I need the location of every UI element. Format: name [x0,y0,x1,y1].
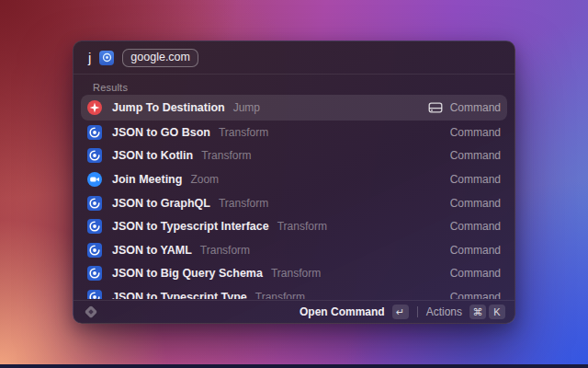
footer-divider [417,306,418,317]
search-argument-chip[interactable]: google.com [122,49,198,67]
result-row[interactable]: JSON to Big Query Schema Transform Comma… [81,262,507,286]
results-list: Jump To Destination Jump Command JSON to… [81,95,507,299]
result-row[interactable]: Join Meeting Zoom Command [81,167,507,191]
cmd-keycap[interactable]: ⌘ [469,305,486,319]
result-subtitle: Transform [271,267,321,280]
result-row[interactable]: Jump To Destination Jump Command [81,95,507,121]
result-subtitle: Zoom [190,173,219,186]
json-icon [87,266,102,281]
action-bar: Open Command ↵ Actions ⌘ K [74,300,514,323]
result-subtitle: Transform [200,244,250,257]
result-subtitle: Jump [233,101,260,114]
result-type-label: Command [450,173,501,186]
result-title: Jump To Destination [112,101,225,114]
result-title: JSON to YAML [112,244,192,257]
result-title: JSON to Typescript Interface [112,220,269,233]
result-type-label: Command [450,244,501,257]
result-type-label: Command [450,197,501,210]
compass-blue-icon [99,51,114,65]
open-command-button[interactable]: Open Command [300,305,385,318]
json-icon [87,148,102,163]
zoom-icon [87,172,102,187]
json-icon [87,290,102,299]
result-title: JSON to GO Bson [112,126,210,139]
actions-button[interactable]: Actions [426,305,462,318]
result-title: JSON to Typescript Type [112,291,247,299]
raycast-launcher-window: j google.com Results Jump To Destination… [73,40,515,324]
return-keycap[interactable]: ↵ [392,305,409,319]
result-row[interactable]: JSON to Typescript Type Transform Comman… [81,285,507,299]
search-query-text[interactable]: j [88,50,91,65]
json-icon [87,243,102,258]
result-row[interactable]: JSON to GO Bson Transform Command [81,121,507,144]
results-section-header: Results [93,82,128,93]
enter-key-icon [428,101,443,114]
jump-icon [87,100,102,115]
result-type-label: Command [450,267,501,280]
json-icon [87,219,102,234]
result-row[interactable]: JSON to Typescript Interface Transform C… [81,214,507,238]
k-keycap[interactable]: K [489,305,505,319]
json-icon [87,196,102,211]
result-title: JSON to Big Query Schema [112,267,263,280]
desktop-bottom-strip [0,364,588,368]
result-subtitle: Transform [219,197,268,210]
result-subtitle: Transform [255,291,305,299]
result-title: JSON to GraphQL [112,197,210,210]
result-title: Join Meeting [112,173,182,186]
result-subtitle: Transform [219,126,268,139]
result-type-label: Command [450,149,501,162]
result-row[interactable]: JSON to YAML Transform Command [81,238,507,262]
result-title: JSON to Kotlin [112,149,193,162]
result-row[interactable]: JSON to GraphQL Transform Command [81,191,507,215]
search-bar[interactable]: j google.com [74,41,514,75]
result-subtitle: Transform [277,220,327,233]
result-row[interactable]: JSON to Kotlin Transform Command [81,144,507,168]
json-icon [87,125,102,140]
result-type-label: Command [450,291,501,299]
result-subtitle: Transform [201,149,251,162]
extension-diamond-icon [85,305,97,318]
result-type-label: Command [450,220,501,233]
result-type-label: Command [450,126,501,139]
result-type-label: Command [450,101,501,114]
